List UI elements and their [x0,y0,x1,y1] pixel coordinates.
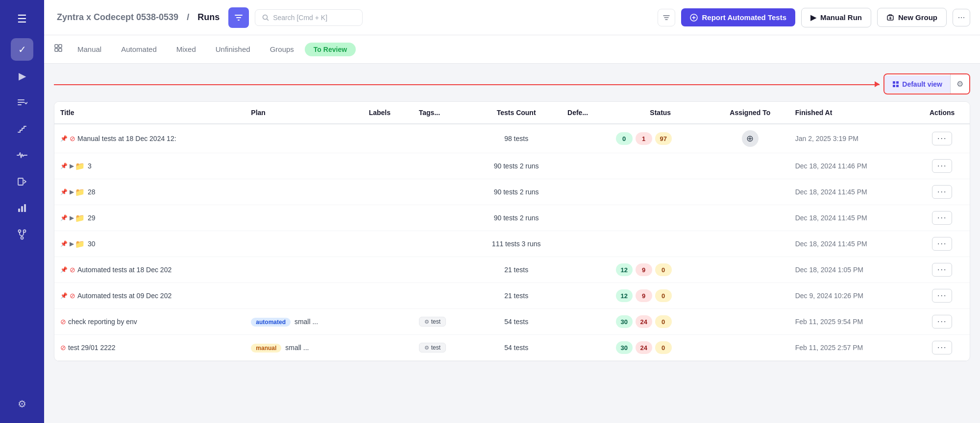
row-tests-count-cell: 54 tests [471,309,562,335]
row-tags-cell [413,124,471,153]
row-more-button[interactable]: ··· [932,289,952,303]
default-view-button[interactable]: Default view [884,75,950,93]
row-more-button[interactable]: ··· [932,211,952,225]
row-plan-cell: automated small ... [245,309,363,335]
status-badge-green: 0 [616,132,633,145]
tab-groups[interactable]: Groups [261,41,303,57]
row-assigned-cell [711,335,789,361]
view-settings-button[interactable]: ⚙ [950,74,969,94]
row-title-cell: 📌 ⊘ Manual tests at 18 Dec 2024 12: [54,124,245,153]
row-status-cell [610,231,711,257]
status-badge-red: 9 [636,289,652,302]
row-tags-cell [413,257,471,283]
row-actions-cell[interactable]: ··· [914,179,970,205]
project-name: Zyntra x Codecept 0538-0539 [57,12,178,22]
search-box[interactable]: Search [Cmd + K] [255,9,363,26]
row-defects-cell [562,231,610,257]
table-row: 📌 ⊘ Automated tests at 09 Dec 202 21 tes… [54,283,970,309]
sidebar-item-listcheck[interactable] [11,91,33,114]
row-title-cell: 📌 ⊘ Automated tests at 18 Dec 202 [54,257,245,283]
sidebar-item-chart[interactable] [11,197,33,219]
sidebar-item-import[interactable] [11,170,33,193]
tab-unfinished[interactable]: Unfinished [207,41,259,57]
row-tests-count-cell: 111 tests 3 runs [471,231,562,257]
pin-icon: 📌 [60,266,68,273]
row-actions-cell[interactable]: ··· [914,257,970,283]
expand-icon[interactable]: ▶ [70,240,74,247]
folder-icon: 📁 [75,239,85,249]
tab-mixed[interactable]: Mixed [168,41,205,57]
row-title-text: Automated tests at 09 Dec 202 [77,292,172,300]
row-title-text: 28 [88,188,96,196]
row-defects-cell [562,257,610,283]
row-more-button[interactable]: ··· [932,315,952,329]
row-labels-cell [363,231,413,257]
row-tags-cell [413,179,471,205]
main-content: Zyntra x Codecept 0538-0539 / Runs Searc… [44,0,980,423]
tab-toreview[interactable]: To Review [305,43,356,56]
svg-rect-13 [55,45,58,47]
row-labels-cell [363,124,413,153]
sidebar-item-play[interactable]: ▶ [11,65,33,87]
sidebar-item-check[interactable]: ✓ [11,38,33,61]
row-title-cell: ⊘ test 29/01 2222 [54,335,245,361]
col-actions: Actions [914,102,970,124]
row-tags-cell [413,231,471,257]
row-actions-cell[interactable]: ··· [914,283,970,309]
row-more-button[interactable]: ··· [932,341,952,354]
new-group-button[interactable]: New Group [877,8,947,27]
row-defects-cell [562,153,610,179]
svg-rect-20 [896,85,899,87]
sidebar-item-settings[interactable]: ⚙ [11,393,33,415]
expand-icon[interactable]: ▶ [70,188,74,195]
row-labels-cell [363,283,413,309]
report-automated-tests-button[interactable]: Report Automated Tests [681,8,795,26]
filter-button[interactable] [228,7,249,28]
row-title-cell: ⊘ check reporting by env [54,309,245,335]
row-more-button[interactable]: ··· [932,185,952,199]
status-badge-yellow: 0 [655,289,672,302]
sidebar-item-stairs[interactable] [11,118,33,140]
row-more-button[interactable]: ··· [932,159,952,173]
more-options-button[interactable]: ··· [953,9,970,26]
tab-bar-icon [54,44,63,55]
expand-icon[interactable]: ▶ [70,214,74,221]
table-row: 📌 ⊘ Manual tests at 18 Dec 2024 12: 98 t… [54,124,970,153]
svg-point-9 [21,237,24,239]
report-button-label: Report Automated Tests [702,13,786,22]
manual-run-button[interactable]: ▶ Manual Run [801,8,871,27]
row-actions-cell[interactable]: ··· [914,124,970,153]
svg-rect-6 [24,204,26,212]
col-tests-count: Tests Count [471,102,562,124]
row-status-cell: 30 24 0 [610,309,711,335]
status-badge-green: 30 [616,341,633,354]
col-title: Title [54,102,245,124]
row-tags-cell: ⚙ test [413,309,471,335]
svg-rect-0 [18,99,24,100]
row-actions-cell[interactable]: ··· [914,231,970,257]
sidebar-item-pulse[interactable] [11,144,33,166]
tab-manual[interactable]: Manual [69,41,110,57]
tab-automated[interactable]: Automated [112,41,166,57]
row-actions-cell[interactable]: ··· [914,153,970,179]
hamburger-menu-icon[interactable]: ☰ [12,8,32,30]
row-finished-cell: Feb 11, 2025 2:57 PM [789,335,915,361]
row-more-button[interactable]: ··· [932,237,952,251]
row-actions-cell[interactable]: ··· [914,309,970,335]
row-actions-cell[interactable]: ··· [914,335,970,361]
row-more-button[interactable]: ··· [932,263,952,277]
more-dots-icon: ··· [957,12,965,23]
expand-icon[interactable]: ▶ [70,163,74,169]
status-badge-yellow: 0 [655,263,672,276]
pin-icon: 📌 [60,214,68,221]
row-more-button[interactable]: ··· [932,132,952,145]
svg-rect-1 [18,102,24,103]
status-badge-green: 12 [616,289,633,302]
sidebar-item-fork[interactable] [11,223,33,246]
tune-button[interactable] [658,9,675,26]
stop-icon: ⊘ [70,266,75,274]
row-actions-cell[interactable]: ··· [914,205,970,231]
row-title-text: check reporting by env [68,318,137,326]
table-row: 📌 ▶ 📁 30 111 tests 3 runs [54,231,970,257]
row-finished-cell: Dec 18, 2024 11:45 PM [789,179,915,205]
